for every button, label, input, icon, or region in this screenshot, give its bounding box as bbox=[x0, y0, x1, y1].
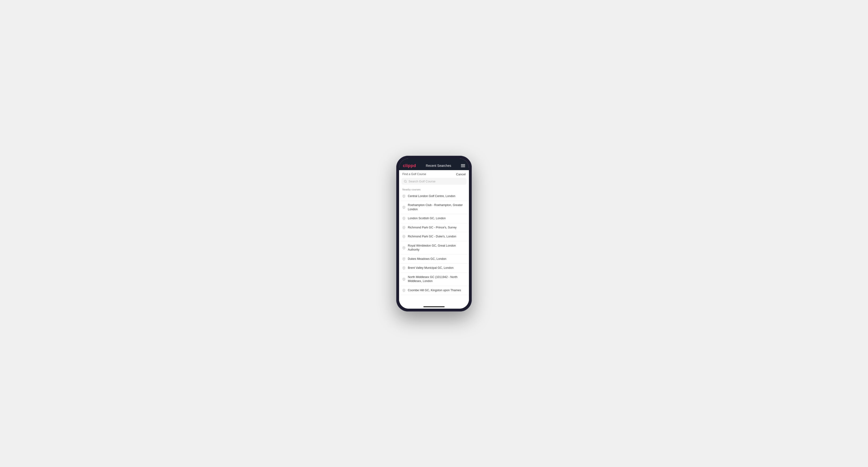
course-name: Richmond Park GC - Duke's, London bbox=[408, 235, 456, 239]
svg-point-7 bbox=[404, 247, 404, 248]
course-name: North Middlesex GC (1011942 - North Midd… bbox=[408, 275, 466, 283]
find-label: Find a Golf Course bbox=[402, 173, 426, 176]
location-pin-icon bbox=[402, 206, 405, 209]
svg-point-2 bbox=[404, 196, 404, 196]
list-item[interactable]: Brent Valley Municipal GC, London bbox=[399, 263, 469, 273]
course-name: London Scottish GC, London bbox=[408, 216, 446, 221]
find-bar: Find a Golf Course Cancel bbox=[399, 170, 469, 178]
home-indicator-wrapper bbox=[399, 304, 469, 309]
location-pin-icon bbox=[402, 217, 405, 220]
svg-point-4 bbox=[404, 218, 404, 219]
course-name: Brent Valley Municipal GC, London bbox=[408, 266, 454, 270]
list-item[interactable]: Coombe Hill GC, Kingston upon Thames bbox=[399, 286, 469, 295]
list-item[interactable]: Central London Golf Centre, London bbox=[399, 192, 469, 201]
location-pin-icon bbox=[402, 257, 405, 260]
phone-screen: clippd Recent Searches Find a Golf Cours… bbox=[399, 159, 469, 309]
list-item[interactable]: Richmond Park GC - Prince's, Surrey bbox=[399, 223, 469, 232]
list-item[interactable]: London Scottish GC, London bbox=[399, 214, 469, 223]
location-pin-icon bbox=[402, 289, 405, 292]
svg-line-1 bbox=[406, 182, 406, 182]
nearby-courses-label: Nearby courses bbox=[399, 187, 469, 192]
status-bar bbox=[399, 159, 469, 161]
svg-point-6 bbox=[404, 236, 404, 237]
list-item[interactable]: Royal Wimbledon GC, Great London Authori… bbox=[399, 241, 469, 255]
course-name: Roehampton Club - Roehampton, Greater Lo… bbox=[408, 203, 466, 212]
app-logo: clippd bbox=[403, 163, 416, 168]
search-icon bbox=[404, 180, 407, 183]
course-list: Central London Golf Centre, LondonRoeham… bbox=[399, 192, 469, 304]
svg-point-3 bbox=[404, 207, 404, 208]
home-indicator bbox=[423, 306, 445, 307]
svg-point-8 bbox=[404, 258, 404, 259]
list-item[interactable]: Dukes Meadows GC, London bbox=[399, 255, 469, 264]
svg-point-10 bbox=[404, 278, 404, 279]
svg-point-11 bbox=[404, 290, 404, 290]
location-pin-icon bbox=[402, 278, 405, 281]
location-pin-icon bbox=[402, 267, 405, 270]
main-content: Find a Golf Course Cancel Nearby courses… bbox=[399, 170, 469, 304]
list-item[interactable]: North Middlesex GC (1011942 - North Midd… bbox=[399, 273, 469, 286]
search-input[interactable] bbox=[408, 180, 464, 183]
course-name: Royal Wimbledon GC, Great London Authori… bbox=[408, 244, 466, 252]
course-name: Central London Golf Centre, London bbox=[408, 194, 456, 198]
course-name: Dukes Meadows GC, London bbox=[408, 257, 446, 261]
nav-bar: clippd Recent Searches bbox=[399, 161, 469, 170]
location-pin-icon bbox=[402, 235, 405, 238]
location-pin-icon bbox=[402, 226, 405, 229]
location-pin-icon bbox=[402, 246, 405, 249]
svg-point-9 bbox=[404, 268, 404, 268]
course-name: Richmond Park GC - Prince's, Surrey bbox=[408, 226, 457, 230]
list-item[interactable]: Richmond Park GC - Duke's, London bbox=[399, 232, 469, 241]
phone-device: clippd Recent Searches Find a Golf Cours… bbox=[396, 156, 472, 311]
cancel-button[interactable]: Cancel bbox=[456, 173, 466, 176]
nav-title: Recent Searches bbox=[426, 164, 451, 167]
search-container bbox=[399, 178, 469, 187]
course-name: Coombe Hill GC, Kingston upon Thames bbox=[408, 288, 461, 292]
location-pin-icon bbox=[402, 195, 405, 198]
list-item[interactable]: Roehampton Club - Roehampton, Greater Lo… bbox=[399, 201, 469, 214]
hamburger-menu-icon[interactable] bbox=[461, 164, 465, 167]
svg-point-5 bbox=[404, 227, 404, 228]
search-input-wrapper bbox=[401, 178, 467, 185]
